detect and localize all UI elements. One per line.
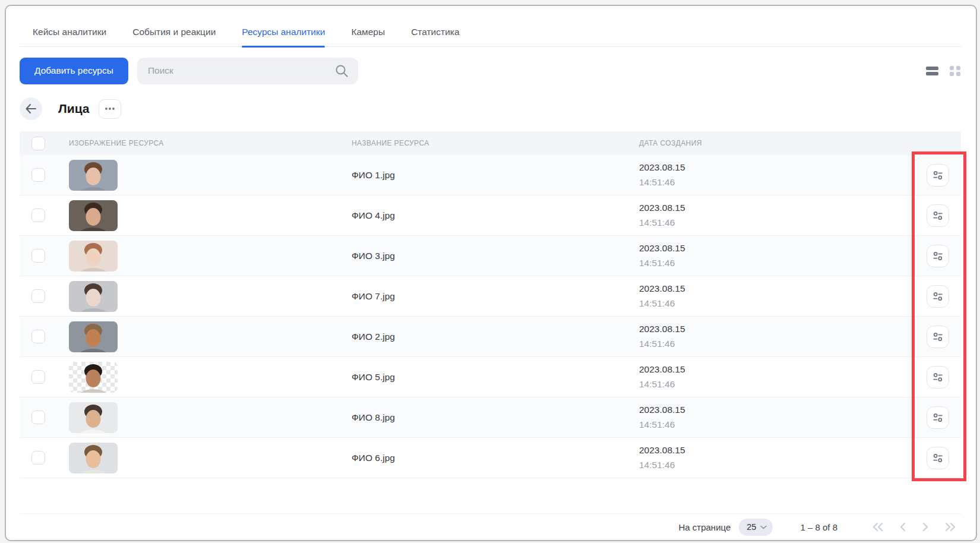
created-date: 2023.08.15: [639, 322, 881, 336]
resource-name: ФИО 2.jpg: [352, 332, 639, 342]
table-row[interactable]: ФИО 4.jpg 2023.08.15 14:51:46: [20, 195, 961, 236]
more-actions-button[interactable]: [99, 99, 121, 119]
settings-sliders-icon: [932, 291, 944, 302]
search-box: [137, 58, 358, 84]
settings-sliders-icon: [932, 452, 944, 464]
settings-sliders-icon: [932, 371, 944, 383]
created-cell: 2023.08.15 14:51:46: [639, 282, 881, 310]
select-all-checkbox[interactable]: [31, 137, 45, 150]
table-row[interactable]: ФИО 7.jpg 2023.08.15 14:51:46: [20, 276, 961, 317]
created-cell: 2023.08.15 14:51:46: [639, 443, 881, 472]
toolbar: Добавить ресурсы: [20, 57, 961, 84]
tab-3[interactable]: Ресурсы аналитики: [242, 18, 325, 46]
created-cell: 2023.08.15 14:51:46: [639, 322, 881, 351]
row-settings-button[interactable]: [927, 406, 949, 429]
tab-label: Статистика: [411, 27, 459, 37]
created-date: 2023.08.15: [639, 160, 881, 175]
table-row[interactable]: ФИО 6.jpg 2023.08.15 14:51:46: [20, 438, 961, 478]
next-page-icon[interactable]: [922, 522, 929, 532]
back-button[interactable]: [20, 97, 42, 120]
tab-1[interactable]: Кейсы аналитики: [33, 18, 106, 46]
resource-thumbnail[interactable]: [69, 362, 118, 393]
table-row[interactable]: ФИО 5.jpg 2023.08.15 14:51:46: [20, 357, 961, 397]
search-icon[interactable]: [335, 64, 349, 80]
created-time: 14:51:46: [639, 256, 881, 270]
table-row[interactable]: ФИО 3.jpg 2023.08.15 14:51:46: [20, 236, 961, 276]
add-resources-button[interactable]: Добавить ресурсы: [20, 58, 128, 84]
resources-table: ИЗОБРАЖЕНИЕ РЕСУРСА НАЗВАНИЕ РЕСУРСА ДАТ…: [20, 131, 961, 478]
column-header-image: ИЗОБРАЖЕНИЕ РЕСУРСА: [56, 139, 352, 147]
row-checkbox[interactable]: [31, 330, 45, 343]
created-cell: 2023.08.15 14:51:46: [639, 241, 881, 270]
created-time: 14:51:46: [639, 377, 881, 392]
table-row[interactable]: ФИО 1.jpg 2023.08.15 14:51:46: [20, 155, 961, 195]
per-page-value: 25: [747, 522, 756, 532]
chevron-down-icon: [760, 525, 767, 529]
column-header-date: ДАТА СОЗДАНИЯ: [639, 139, 881, 147]
resource-name: ФИО 5.jpg: [352, 372, 639, 383]
created-date: 2023.08.15: [639, 241, 881, 255]
settings-sliders-icon: [932, 169, 944, 181]
resource-thumbnail[interactable]: [69, 281, 118, 312]
table-row[interactable]: ФИО 8.jpg 2023.08.15 14:51:46: [20, 397, 961, 438]
resource-thumbnail[interactable]: [69, 200, 118, 231]
prev-page-icon[interactable]: [899, 522, 906, 532]
resource-thumbnail[interactable]: [69, 402, 118, 433]
settings-sliders-icon: [932, 331, 944, 343]
view-toggles: [926, 65, 961, 77]
per-page-label: На странице: [678, 522, 731, 532]
created-date: 2023.08.15: [639, 362, 881, 377]
resource-name: ФИО 6.jpg: [352, 453, 639, 463]
resource-name: ФИО 8.jpg: [352, 412, 639, 423]
settings-sliders-icon: [932, 250, 944, 262]
ellipsis-icon: [105, 107, 115, 111]
row-settings-button[interactable]: [927, 326, 949, 348]
row-checkbox[interactable]: [31, 289, 45, 303]
row-settings-button[interactable]: [927, 366, 949, 389]
created-cell: 2023.08.15 14:51:46: [639, 160, 881, 189]
created-date: 2023.08.15: [639, 201, 881, 215]
created-cell: 2023.08.15 14:51:46: [639, 403, 881, 431]
table-row[interactable]: ФИО 2.jpg 2023.08.15 14:51:46: [20, 317, 961, 357]
resource-thumbnail[interactable]: [69, 160, 118, 191]
resource-name: ФИО 1.jpg: [352, 170, 639, 181]
grid-view-icon[interactable]: [949, 65, 961, 77]
row-settings-button[interactable]: [927, 447, 949, 469]
created-time: 14:51:46: [639, 337, 881, 351]
list-view-icon[interactable]: [926, 65, 938, 77]
tab-2[interactable]: События и реакции: [132, 18, 216, 46]
row-checkbox[interactable]: [31, 168, 45, 182]
row-settings-button[interactable]: [927, 204, 949, 227]
row-settings-button[interactable]: [927, 245, 949, 267]
page-header: Лица: [20, 97, 961, 120]
last-page-icon[interactable]: [944, 522, 956, 532]
row-checkbox[interactable]: [31, 411, 45, 424]
search-input[interactable]: [137, 58, 358, 84]
created-cell: 2023.08.15 14:51:46: [639, 201, 881, 229]
row-checkbox[interactable]: [31, 209, 45, 222]
resource-name: ФИО 3.jpg: [352, 251, 639, 261]
first-page-icon[interactable]: [872, 522, 884, 532]
settings-sliders-icon: [932, 412, 944, 424]
tab-label: Ресурсы аналитики: [242, 27, 325, 37]
created-date: 2023.08.15: [639, 443, 881, 457]
created-date: 2023.08.15: [639, 403, 881, 417]
resource-thumbnail[interactable]: [69, 443, 118, 473]
row-settings-button[interactable]: [927, 285, 949, 308]
row-settings-button[interactable]: [927, 164, 949, 187]
settings-sliders-icon: [932, 210, 944, 222]
tab-4[interactable]: Камеры: [351, 18, 385, 46]
tab-5[interactable]: Статистика: [411, 18, 459, 46]
table-body: ФИО 1.jpg 2023.08.15 14:51:46: [20, 155, 961, 478]
per-page-select[interactable]: 25: [739, 519, 773, 536]
resource-thumbnail[interactable]: [69, 321, 118, 352]
row-checkbox[interactable]: [31, 370, 45, 384]
row-checkbox[interactable]: [31, 451, 45, 465]
resource-name: ФИО 4.jpg: [352, 210, 639, 221]
row-checkbox[interactable]: [31, 249, 45, 263]
resource-name: ФИО 7.jpg: [352, 291, 639, 302]
tab-label: Кейсы аналитики: [33, 27, 106, 37]
pager-nav: [872, 522, 956, 532]
resource-thumbnail[interactable]: [69, 241, 118, 272]
page-title: Лица: [58, 102, 90, 116]
